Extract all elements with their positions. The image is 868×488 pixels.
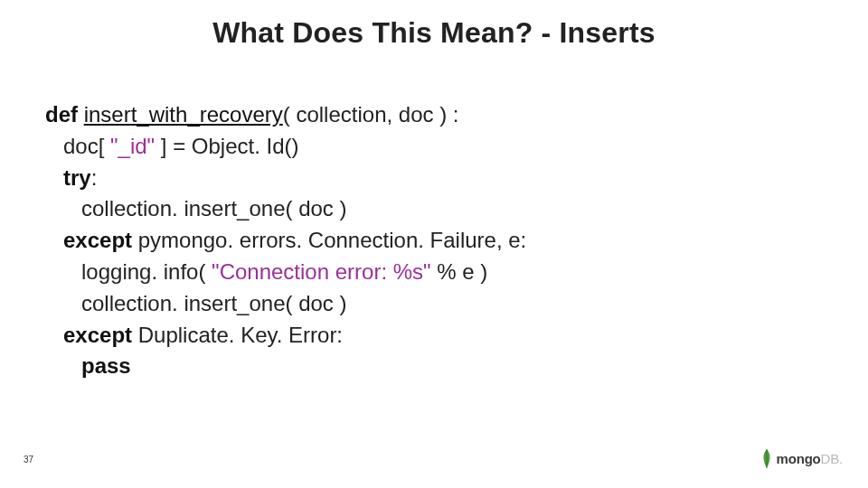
logo-light: DB	[821, 451, 839, 466]
page-number: 37	[24, 455, 33, 465]
code-line-1: def insert_with_recovery( collection, do…	[45, 99, 526, 131]
code-text: Duplicate. Key. Error:	[138, 323, 343, 347]
code-text: ( collection, doc ) :	[283, 102, 459, 127]
keyword-except: except	[63, 228, 138, 252]
slide-title: What Does This Mean? - Inserts	[0, 16, 868, 50]
code-text: doc[	[45, 134, 110, 158]
code-line-3: try:	[45, 163, 526, 194]
function-name: insert_with_recovery	[84, 102, 283, 127]
code-text: pymongo. errors. Connection. Failure, e:	[138, 228, 527, 252]
code-line-4: collection. insert_one( doc )	[45, 193, 526, 225]
logo-bold: mongo	[777, 451, 821, 466]
mongodb-logo: mongoDB.	[760, 448, 843, 468]
code-line-9: pass	[45, 351, 526, 382]
code-text: logging. info(	[45, 259, 212, 284]
code-line-6: logging. info( "Connection error: %s" % …	[45, 257, 526, 288]
keyword-def: def	[45, 102, 84, 127]
code-block: def insert_with_recovery( collection, do…	[45, 99, 526, 382]
string-literal: "Connection error: %s"	[212, 259, 430, 284]
keyword-pass: pass	[81, 353, 131, 378]
logo-dot: .	[839, 451, 843, 466]
logo-text: mongoDB.	[777, 451, 843, 466]
keyword-except: except	[63, 323, 138, 347]
code-line-8: except Duplicate. Key. Error:	[45, 320, 526, 352]
code-text: :	[91, 165, 98, 190]
string-literal: "_id"	[110, 134, 155, 158]
code-text: % e )	[431, 259, 488, 284]
keyword-try: try	[63, 165, 91, 190]
code-line-7: collection. insert_one( doc )	[45, 288, 526, 320]
code-text: ] = Object. Id()	[155, 134, 298, 158]
leaf-icon	[760, 448, 773, 468]
code-line-2: doc[ "_id" ] = Object. Id()	[45, 131, 526, 163]
code-line-5: except pymongo. errors. Connection. Fail…	[45, 225, 526, 257]
